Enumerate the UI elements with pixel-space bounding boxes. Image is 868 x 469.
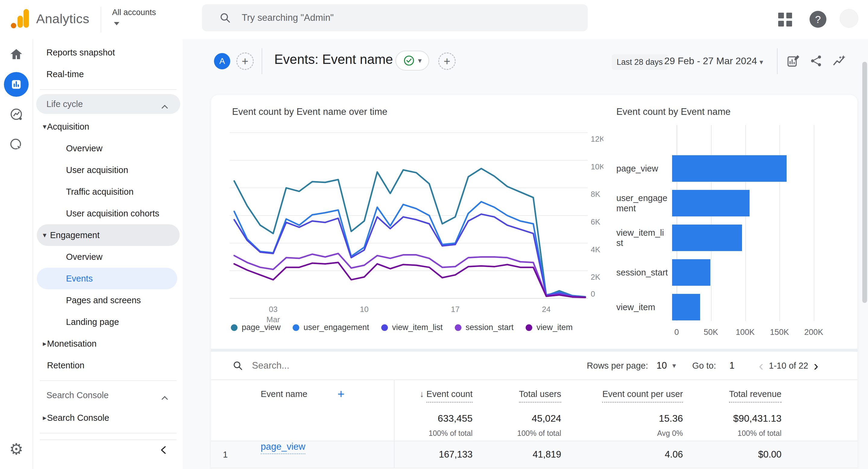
analytics-home-link[interactable]: Analytics [9,8,90,29]
sidebar-section-life-cycle[interactable]: Life cycle [36,94,180,114]
bar-track [672,259,809,286]
tree-collapsed-icon[interactable]: ▸ [34,413,47,422]
tree-collapsed-icon[interactable]: ▸ [34,339,47,348]
comparison-avatar[interactable]: A [214,53,230,69]
sidebar-item-user-acquisition-cohorts[interactable]: User acquisition cohorts [34,202,183,224]
header-divider [101,7,101,33]
bar-category-label: view_item [616,302,672,312]
main-content: A + Events: Event name ▾ + Last 28 days … [183,39,868,469]
sidebar-divider [40,89,177,90]
section-title-label: Life cycle [46,99,83,109]
column-header-event-count-per-user[interactable]: Event count per user [561,380,683,399]
collapse-sidebar-icon[interactable] [158,445,169,456]
legend-item[interactable]: view_item [526,323,572,332]
legend-item[interactable]: page_view [231,323,281,332]
sidebar-item-traffic-acquisition[interactable]: Traffic acquisition [34,181,183,202]
reports-nav-button[interactable] [0,69,33,99]
legend-item[interactable]: session_start [455,323,514,332]
bar[interactable] [672,294,700,320]
column-header-total-users[interactable]: Total users [472,380,561,399]
global-search-input[interactable] [242,12,543,23]
admin-settings-button[interactable]: ⚙ [0,440,33,458]
column-header-event-name[interactable]: Event name + [240,380,395,410]
bar-row: session_start [616,259,814,286]
tree-expanded-icon[interactable]: ▾ [37,231,50,239]
sidebar-item-events-selected[interactable]: Events [37,268,177,289]
rows-per-page-label: Rows per page: [587,361,648,371]
add-report-tab-button[interactable]: + [438,53,456,70]
share-report-button[interactable] [809,54,823,69]
chevron-left-icon[interactable]: ‹ [759,359,764,373]
date-range-value[interactable]: 29 Feb - 27 Mar 2024 [664,56,757,67]
rows-per-page-select[interactable]: 10 [656,360,667,371]
sidebar-item-real-time[interactable]: Real-time [34,63,183,85]
explore-nav-button[interactable] [0,99,33,130]
sidebar-item-acquisition-overview[interactable]: Overview [34,137,183,159]
table-totals-row: 633,455100% of total 45,024100% of total… [211,410,858,441]
section-separator [211,349,858,352]
help-icon[interactable]: ? [809,11,827,28]
sidebar-section-search-console[interactable]: Search Console [36,385,180,405]
bar-axis-tick: 0 [674,327,679,337]
sidebar-group-acquisition[interactable]: ▾ Acquisition [34,116,183,137]
tree-expanded-icon[interactable]: ▾ [34,122,47,131]
bar[interactable] [672,224,742,251]
bar-category-label: page_view [616,163,672,174]
row-event-count: 167,133 [395,449,472,460]
bar[interactable] [672,190,749,216]
bar-row: view_item [616,294,814,320]
advertising-nav-button[interactable] [0,130,33,160]
legend-label: view_item [536,323,572,332]
sidebar-item-landing-page[interactable]: Landing page [34,311,183,333]
column-header-total-revenue[interactable]: Total revenue [683,380,781,399]
chevron-up-icon[interactable] [162,102,167,113]
bar[interactable] [672,259,710,286]
sidebar-group-engagement[interactable]: ▾ Engagement [37,224,180,246]
page-scrollbar[interactable] [862,62,867,303]
table-row: 1 page_view 167,133 41,819 4.06 $0.00 [211,441,858,468]
sidebar-divider [40,439,177,440]
apps-grid-icon[interactable] [778,13,792,27]
line-chart[interactable]: 02K4K6K8K10K12K03Mar101724 [230,125,603,324]
sidebar-group-search-console[interactable]: ▸ Search Console [34,407,183,429]
column-header-event-count[interactable]: ↓Event count [395,380,472,399]
advertising-icon [9,137,24,152]
bar-chart[interactable]: page_viewuser_engagementview_item_listse… [616,125,839,342]
legend-item[interactable]: user_engagement [293,323,369,332]
sidebar-group-retention[interactable]: Retention [34,354,183,376]
chevron-down-icon[interactable]: ▾ [673,362,676,370]
share-icon [809,54,823,67]
sidebar-group-label: Search Console [47,413,109,423]
report-status-button[interactable]: ▾ [396,51,429,70]
question-glyph: ? [815,13,821,25]
chevron-down-icon[interactable]: ▾ [760,58,763,66]
bar[interactable] [672,155,786,182]
event-name-link[interactable]: page_view [261,441,305,454]
account-selector[interactable]: All accounts [112,8,156,25]
sidebar-item-user-acquisition[interactable]: User acquisition [34,159,183,181]
chevron-up-icon[interactable] [162,394,167,404]
sidebar-item-label: Real-time [46,69,84,79]
sidebar-item-engagement-overview[interactable]: Overview [34,246,183,268]
customise-report-button[interactable] [786,54,800,69]
sidebar-item-reports-snapshot[interactable]: Reports snapshot [34,41,183,63]
svg-text:8K: 8K [591,190,600,199]
totals-total-revenue: $90,431.13100% of total [683,413,781,438]
add-column-icon[interactable]: + [338,388,344,400]
legend-item[interactable]: view_item_list [381,323,443,332]
gridline [814,125,814,321]
global-search-bar[interactable] [202,4,588,31]
bar-category-label: user_engagement [616,193,672,213]
table-search-input[interactable] [252,360,403,371]
explore-icon [9,107,24,122]
home-nav-button[interactable] [0,39,33,69]
table-search-icon [232,360,244,371]
sidebar-item-pages-and-screens[interactable]: Pages and screens [34,289,183,311]
goto-page-input[interactable] [721,360,743,371]
insights-button[interactable] [832,54,846,69]
chevron-right-icon[interactable]: › [814,359,818,373]
sidebar-group-monetisation[interactable]: ▸ Monetisation [34,333,183,354]
column-label: Total users [519,389,561,403]
user-avatar[interactable] [840,9,858,28]
add-comparison-button[interactable]: + [236,53,254,70]
